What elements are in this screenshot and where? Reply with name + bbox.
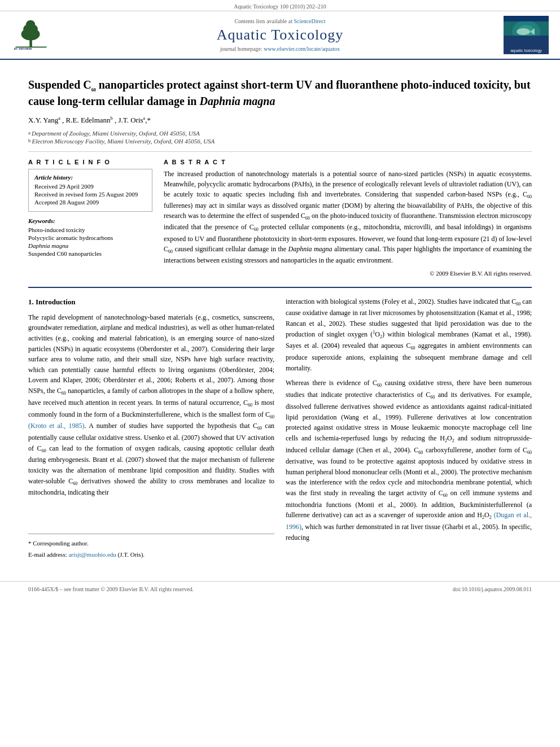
footnote-area: * Corresponding author. E-mail address: … (28, 534, 274, 560)
svg-rect-12 (504, 16, 549, 21)
received-date: Received 29 April 2009 (34, 183, 146, 190)
abstract-label: A B S T R A C T (164, 159, 532, 165)
keyword-1: Photo-induced toxicity (28, 226, 152, 233)
body-content: 1. Introduction The rapid development of… (28, 296, 532, 561)
keywords-label: Keywords: (28, 217, 152, 224)
divider-1 (28, 151, 532, 152)
journal-reference: Aquatic Toxicology 100 (2010) 202–210 (0, 0, 560, 11)
logo-text: aquatic toxicology (504, 47, 549, 54)
keyword-3: Daphnia magna (28, 242, 152, 249)
article-history-box: Article history: Received 29 April 2009 … (28, 169, 152, 212)
homepage-line: journal homepage: www.elsevier.com/locat… (68, 46, 492, 52)
journal-logo-image: aquatic toxicology (504, 16, 549, 47)
elsevier-logo-icon: ELSEVIER (11, 19, 51, 50)
affil-1: a Department of Zoology, Miami Universit… (28, 130, 532, 137)
journal-header: ELSEVIER Contents lists available at Sci… (0, 11, 560, 60)
elsevier-logo-area: ELSEVIER (11, 19, 68, 52)
homepage-link[interactable]: www.elsevier.com/locate/aquatox (264, 46, 340, 52)
footer-doi: doi:10.1016/j.aquatox.2009.08.011 (453, 586, 532, 592)
svg-point-4 (26, 20, 35, 28)
svg-text:ELSEVIER: ELSEVIER (14, 47, 32, 49)
kroto-ref[interactable]: (Kroto et al., 1985) (28, 422, 85, 430)
intro-para-3: Whereas there is evidence of C60 causing… (286, 378, 532, 543)
main-content: Suspended C60 nanoparticles protect agai… (0, 60, 560, 573)
journal-title-area: Contents lists available at ScienceDirec… (68, 18, 492, 52)
svg-text:aquatic: aquatic (506, 42, 522, 46)
body-col-left: 1. Introduction The rapid development of… (28, 296, 274, 561)
revised-date: Received in revised form 25 August 2009 (34, 191, 146, 198)
email-line: E-mail address: arisjt@muohio.edu (J.T. … (28, 550, 274, 560)
svg-text:toxicology: toxicology (506, 46, 526, 47)
abstract-text: The increased production of nanotechnolo… (164, 169, 532, 278)
footer-issn: 0166-445X/$ – see front matter © 2009 El… (28, 586, 194, 592)
journal-title: Aquatic Toxicology (68, 27, 492, 43)
intro-para-1: The rapid development of nanotechnology-… (28, 312, 274, 498)
svg-point-10 (517, 28, 530, 35)
journal-logo-box: aquatic toxicology aquatic toxicology (504, 16, 549, 54)
keyword-2: Polycyclic aromatic hydrocarbons (28, 234, 152, 241)
abstract-paragraph-1: The increased production of nanotechnolo… (164, 169, 532, 266)
corresponding-author-note: * Corresponding author. (28, 539, 274, 548)
abstract-column: A B S T R A C T The increased production… (164, 159, 532, 278)
email-link[interactable]: arisjt@muohio.edu (68, 551, 116, 558)
copyright-line: © 2009 Elsevier B.V. All rights reserved… (164, 269, 532, 278)
article-title: Suspended C60 nanoparticles protect agai… (28, 77, 532, 109)
article-info-column: A R T I C L E I N F O Article history: R… (28, 159, 152, 278)
authors-line: X.Y. Yanga , R.E. Edelmannb , J.T. Orisa… (28, 116, 532, 125)
footer-bar: 0166-445X/$ – see front matter © 2009 El… (0, 581, 560, 597)
keywords-box: Keywords: Photo-induced toxicity Polycyc… (28, 217, 152, 257)
body-col-right: interaction with biological systems (Fol… (286, 296, 532, 561)
accepted-date: Accepted 28 August 2009 (34, 199, 146, 206)
intro-heading: 1. Introduction (28, 296, 274, 308)
journal-logo-area: aquatic toxicology aquatic toxicology (492, 16, 549, 54)
contents-line: Contents lists available at ScienceDirec… (68, 18, 492, 24)
history-label: Article history: (34, 174, 146, 181)
sciencedirect-link[interactable]: ScienceDirect (294, 18, 325, 24)
section-divider (28, 287, 532, 288)
svg-rect-13 (504, 40, 549, 47)
keyword-4: Suspended C60 nanoparticles (28, 250, 152, 257)
article-info-label: A R T I C L E I N F O (28, 159, 152, 165)
affil-2: b Electron Microscopy Facility, Miami Un… (28, 138, 532, 145)
intro-para-2: interaction with biological systems (Fol… (286, 296, 532, 374)
footnote-spacer (28, 503, 274, 525)
affiliations: a Department of Zoology, Miami Universit… (28, 130, 532, 145)
article-info-abstract-section: A R T I C L E I N F O Article history: R… (28, 159, 532, 278)
